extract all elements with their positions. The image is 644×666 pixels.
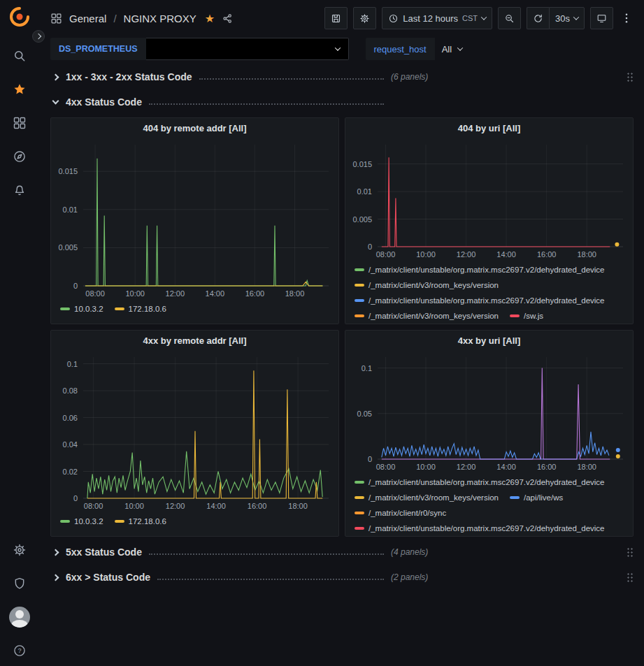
legend-series-label: /_matrix/client/unstable/org.matrix.msc2…: [368, 266, 605, 274]
row-6xx[interactable]: 6xx > Status Code (2 panels): [50, 567, 634, 587]
svg-text:0.015: 0.015: [352, 160, 372, 168]
row-title: 6xx > Status Code: [66, 572, 150, 583]
chart-404-by-remote-addr[interactable]: 08:0010:0012:0014:0016:0018:0000.0050.01…: [51, 138, 338, 300]
svg-text:0.04: 0.04: [63, 440, 78, 449]
tv-mode-button[interactable]: [590, 7, 613, 29]
row-dots: [199, 78, 384, 80]
legend-item[interactable]: 172.18.0.6: [115, 302, 166, 315]
row-drag-handle[interactable]: [627, 547, 634, 558]
sidebar-expand-chevron-icon[interactable]: [32, 30, 45, 43]
save-dashboard-button[interactable]: [324, 7, 348, 29]
chevron-right-icon: [52, 73, 59, 80]
chevron-down-icon: [573, 14, 579, 20]
datasource-label[interactable]: DS_PROMETHEUS: [50, 38, 146, 60]
apps-grid-icon[interactable]: [50, 13, 62, 24]
refresh-interval-label: 30s: [555, 13, 570, 24]
help-icon[interactable]: ?: [6, 637, 34, 665]
legend-item[interactable]: /_matrix/client/unstable/org.matrix.msc2…: [355, 294, 605, 307]
legend-item[interactable]: /_matrix/client/unstable/org.matrix.msc2…: [355, 263, 605, 276]
row-drag-handle[interactable]: [627, 72, 634, 82]
breadcrumb-section[interactable]: General: [69, 13, 106, 24]
row-left: 1xx - 3xx - 2xx Status Code: [50, 71, 391, 82]
row-panel-count: (6 panels): [391, 72, 428, 82]
legend-series-color: [355, 512, 364, 514]
row-5xx[interactable]: 5xx Status Code (4 panels): [50, 542, 634, 562]
legend-item[interactable]: /_matrix/client/v3/room_keys/version: [355, 309, 499, 322]
search-icon[interactable]: [6, 42, 34, 70]
datasource-select[interactable]: [146, 38, 349, 60]
breadcrumb-dashboard-title[interactable]: NGINX PROXY: [124, 13, 196, 24]
legend-item[interactable]: /_matrix/client/unstable/org.matrix.msc2…: [355, 521, 605, 535]
toolbar-right: Last 12 hours CST 30s: [324, 7, 634, 29]
chart-svg[interactable]: 08:0010:0012:0014:0016:0018:0000.020.040…: [51, 350, 338, 512]
svg-text:12:00: 12:00: [166, 289, 185, 298]
svg-text:10:00: 10:00: [416, 463, 436, 471]
settings-gear-icon[interactable]: [6, 536, 34, 564]
legend-series-label: /_matrix/client/unstable/org.matrix.msc2…: [368, 478, 605, 486]
legend-item[interactable]: /_matrix/client/r0/sync: [355, 506, 446, 519]
legend-item[interactable]: 172.18.0.6: [115, 514, 166, 528]
legend-series-color: [355, 284, 364, 287]
zoom-out-button[interactable]: [498, 7, 521, 29]
panel-title[interactable]: 404 by uri [All]: [345, 118, 633, 138]
legend-series-color: [510, 496, 520, 499]
legend-item[interactable]: /_matrix/client/unstable/org.matrix.msc2…: [355, 475, 605, 488]
panel-404-by-uri: 404 by uri [All] 08:0010:0012:0014:0016:…: [345, 117, 634, 324]
refresh-interval-dropdown[interactable]: 30s: [549, 7, 585, 29]
admin-shield-icon[interactable]: [6, 570, 34, 598]
svg-text:12:00: 12:00: [457, 463, 476, 471]
svg-text:18:00: 18:00: [288, 502, 308, 510]
alerting-bell-icon[interactable]: [6, 176, 34, 204]
chart-legend: 10.0.3.2172.18.0.6: [51, 512, 338, 528]
chart-svg[interactable]: 08:0010:0012:0014:0016:0018:0000.0050.01…: [345, 138, 633, 261]
svg-text:0.05: 0.05: [357, 410, 372, 418]
chart-4xx-by-remote-addr[interactable]: 08:0010:0012:0014:0016:0018:0000.020.040…: [51, 350, 338, 512]
legend-item[interactable]: /_matrix/client/v3/room_keys/version: [355, 491, 499, 504]
favorite-star-icon[interactable]: ★: [205, 12, 215, 25]
request-host-select[interactable]: All: [435, 38, 469, 60]
row-1xx-3xx-2xx[interactable]: 1xx - 3xx - 2xx Status Code (6 panels): [50, 67, 634, 87]
svg-text:12:00: 12:00: [166, 502, 185, 510]
share-icon[interactable]: [222, 13, 234, 24]
legend-item[interactable]: 10.0.3.2: [60, 514, 103, 528]
legend-series-color: [355, 268, 364, 271]
request-host-label[interactable]: request_host: [366, 38, 435, 60]
timezone-label: CST: [462, 14, 478, 22]
breadcrumb-separator: /: [113, 13, 116, 24]
panel-title[interactable]: 4xx by uri [All]: [345, 331, 633, 350]
chart-legend: /_matrix/client/unstable/org.matrix.msc2…: [345, 473, 633, 535]
chart-legend: 10.0.3.2172.18.0.6: [51, 300, 338, 315]
row-drag-handle[interactable]: [627, 572, 634, 583]
legend-item[interactable]: /sw.js: [510, 309, 543, 322]
row-4xx[interactable]: 4xx Status Code: [50, 92, 634, 112]
legend-series-label: /api/live/ws: [524, 493, 563, 502]
svg-text:0: 0: [73, 282, 78, 290]
chevron-down-icon: [457, 45, 463, 50]
refresh-button[interactable]: [527, 7, 549, 29]
user-avatar[interactable]: [6, 603, 34, 631]
grafana-logo[interactable]: [8, 6, 31, 28]
legend-item[interactable]: 10.0.3.2: [60, 302, 103, 315]
svg-text:10:00: 10:00: [125, 289, 145, 298]
chart-svg[interactable]: 08:0010:0012:0014:0016:0018:0000.0050.01…: [51, 138, 338, 300]
time-range-picker[interactable]: Last 12 hours CST: [382, 7, 492, 29]
row-dots: [149, 553, 384, 555]
panel-title[interactable]: 4xx by remote addr [All]: [51, 331, 338, 350]
panel-404-by-remote-addr: 404 by remote addr [All] 08:0010:0012:00…: [50, 117, 339, 324]
star-icon[interactable]: [6, 75, 34, 103]
legend-item[interactable]: /_matrix/client/v3/room_keys/version: [355, 278, 499, 291]
dashboard-settings-button[interactable]: [353, 7, 376, 29]
svg-text:18:00: 18:00: [577, 463, 596, 471]
panel-title[interactable]: 404 by remote addr [All]: [51, 118, 338, 138]
more-options-kebab-icon[interactable]: [619, 12, 634, 24]
svg-text:10:00: 10:00: [124, 502, 144, 510]
chart-4xx-by-uri[interactable]: 08:0010:0012:0014:0016:0018:0000.050.1: [345, 350, 633, 473]
dashboards-icon[interactable]: [6, 109, 34, 137]
svg-text:0.005: 0.005: [58, 243, 78, 252]
svg-text:16:00: 16:00: [245, 289, 265, 298]
svg-text:08:00: 08:00: [85, 289, 105, 298]
explore-compass-icon[interactable]: [6, 143, 34, 171]
legend-item[interactable]: /api/live/ws: [510, 491, 563, 504]
chart-svg[interactable]: 08:0010:0012:0014:0016:0018:0000.050.1: [345, 350, 633, 473]
chart-404-by-uri[interactable]: 08:0010:0012:0014:0016:0018:0000.0050.01…: [345, 138, 633, 261]
